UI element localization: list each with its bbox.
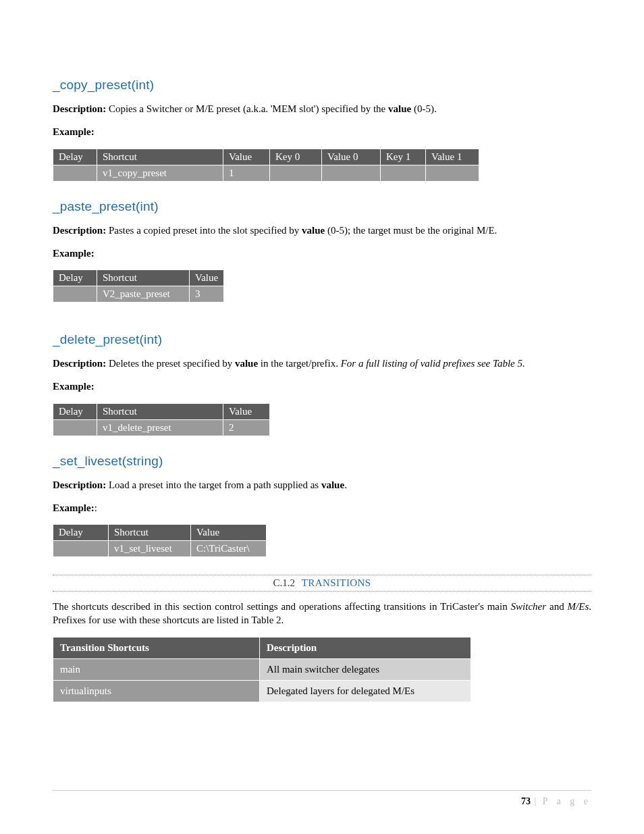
cell bbox=[381, 165, 426, 181]
col-shortcut: Shortcut bbox=[97, 403, 223, 419]
cell bbox=[53, 165, 97, 181]
desc-text: in the target/prefix. bbox=[258, 358, 341, 369]
table-copy-preset: Delay Shortcut Value Key 0 Value 0 Key 1… bbox=[53, 149, 479, 182]
desc-value-word: value bbox=[235, 358, 258, 369]
desc-value-word: value bbox=[302, 225, 325, 236]
col-delay: Delay bbox=[53, 403, 97, 419]
heading-delete-preset: _delete_preset(int) bbox=[53, 332, 591, 347]
col-value: Value bbox=[223, 403, 270, 419]
cell: V2_paste_preset bbox=[97, 286, 190, 303]
desc-text: Load a preset into the target from a pat… bbox=[106, 479, 321, 490]
table-header-row: Delay Shortcut Value Key 0 Value 0 Key 1… bbox=[53, 149, 479, 165]
example-label-text: Example: bbox=[53, 381, 95, 392]
table-header-row: Delay Shortcut Value bbox=[53, 525, 267, 541]
desc-set-liveset: Description: Load a preset into the targ… bbox=[53, 478, 591, 492]
cell: 1 bbox=[223, 165, 270, 181]
desc-text: Deletes the preset specified by bbox=[106, 358, 235, 369]
table-row: main All main switcher delegates bbox=[53, 658, 471, 680]
col-value1: Value 1 bbox=[426, 149, 479, 165]
page-label: P a g e bbox=[543, 796, 591, 806]
table-row: v1_copy_preset 1 bbox=[53, 165, 479, 181]
col-key0: Key 0 bbox=[270, 149, 322, 165]
col-transition-shortcuts: Transition Shortcuts bbox=[53, 637, 260, 658]
cell: C:\TriCaster\ bbox=[191, 541, 267, 557]
heading-paste-preset: _paste_preset(int) bbox=[53, 199, 591, 214]
table-header-row: Delay Shortcut Value bbox=[53, 270, 224, 286]
desc-copy-preset: Description: Copies a Switcher or M/E pr… bbox=[53, 102, 591, 115]
col-delay: Delay bbox=[53, 149, 97, 165]
col-value: Value bbox=[191, 525, 267, 541]
col-shortcut: Shortcut bbox=[97, 270, 190, 286]
col-shortcut: Shortcut bbox=[97, 149, 223, 165]
example-label-text: Example: bbox=[53, 248, 95, 259]
cell bbox=[53, 419, 97, 436]
col-delay: Delay bbox=[53, 270, 97, 286]
cell-prefix: virtualinputs bbox=[53, 680, 260, 702]
table-row: v1_set_liveset C:\TriCaster\ bbox=[53, 541, 267, 557]
example-label: Example: bbox=[53, 246, 591, 260]
section-number: C.1.2 bbox=[273, 577, 295, 588]
cell: v1_copy_preset bbox=[97, 165, 223, 181]
table-delete-preset: Delay Shortcut Value v1_delete_preset 2 bbox=[53, 403, 270, 436]
desc-text: . bbox=[344, 479, 347, 490]
intro-text: and bbox=[546, 601, 568, 612]
col-description: Description bbox=[260, 637, 471, 658]
example-label-text: Example: bbox=[53, 502, 95, 513]
table-row: virtualinputs Delegated layers for deleg… bbox=[53, 680, 471, 702]
cell: 2 bbox=[223, 419, 270, 436]
intro-ital: Switcher bbox=[511, 601, 547, 612]
desc-value-word: value bbox=[321, 479, 344, 490]
col-shortcut: Shortcut bbox=[109, 525, 191, 541]
cell: v1_delete_preset bbox=[97, 419, 223, 436]
page-footer: 73 | P a g e bbox=[53, 790, 591, 807]
desc-label: Description: bbox=[53, 225, 106, 236]
footer-separator: | bbox=[534, 796, 536, 806]
intro-text: The shortcuts described in this section … bbox=[53, 601, 511, 612]
heading-copy-preset: _copy_preset(int) bbox=[53, 78, 591, 93]
col-key1: Key 1 bbox=[381, 149, 426, 165]
table-set-liveset: Delay Shortcut Value v1_set_liveset C:\T… bbox=[53, 524, 267, 557]
col-delay: Delay bbox=[53, 525, 109, 541]
desc-text: (0-5); the target must be the original M… bbox=[325, 225, 497, 236]
intro-ital: M/Es bbox=[568, 601, 589, 612]
col-value: Value bbox=[223, 149, 270, 165]
desc-text: (0-5). bbox=[411, 103, 437, 114]
table-row: V2_paste_preset 3 bbox=[53, 286, 224, 303]
cell: 3 bbox=[190, 286, 224, 303]
cell bbox=[270, 165, 322, 181]
cell bbox=[53, 286, 97, 303]
transitions-intro: The shortcuts described in this section … bbox=[53, 600, 591, 627]
cell-desc: Delegated layers for delegated M/Es bbox=[260, 680, 471, 702]
section-band-transitions: C.1.2 TRANSITIONS bbox=[53, 575, 591, 592]
example-label-text: Example: bbox=[53, 126, 95, 137]
cell bbox=[426, 165, 479, 181]
page-number: 73 bbox=[521, 796, 531, 806]
desc-value-word: value bbox=[388, 103, 411, 114]
cell-prefix: main bbox=[53, 658, 260, 680]
cell-desc: All main switcher delegates bbox=[260, 658, 471, 680]
cell bbox=[322, 165, 381, 181]
col-value0: Value 0 bbox=[322, 149, 381, 165]
desc-label: Description: bbox=[53, 103, 106, 114]
desc-delete-preset: Description: Deletes the preset specifie… bbox=[53, 357, 591, 370]
cell: v1_set_liveset bbox=[109, 541, 191, 557]
table-row: v1_delete_preset 2 bbox=[53, 419, 270, 436]
desc-label: Description: bbox=[53, 358, 106, 369]
desc-text: Copies a Switcher or M/E preset (a.k.a. … bbox=[106, 103, 388, 114]
table-paste-preset: Delay Shortcut Value V2_paste_preset 3 bbox=[53, 269, 224, 303]
desc-paste-preset: Description: Pastes a copied preset into… bbox=[53, 224, 591, 237]
col-value: Value bbox=[190, 270, 224, 286]
section-title: TRANSITIONS bbox=[302, 577, 371, 588]
example-label: Example:: bbox=[53, 501, 591, 515]
cell bbox=[53, 541, 109, 557]
example-label: Example: bbox=[53, 125, 591, 138]
table-transition-shortcuts: Transition Shortcuts Description main Al… bbox=[53, 637, 471, 702]
example-label: Example: bbox=[53, 380, 591, 393]
heading-set-liveset: _set_liveset(string) bbox=[53, 454, 591, 469]
table-header-row: Delay Shortcut Value bbox=[53, 403, 270, 419]
desc-text: Pastes a copied preset into the slot spe… bbox=[106, 225, 302, 236]
desc-label: Description: bbox=[53, 479, 106, 490]
table-header-row: Transition Shortcuts Description bbox=[53, 637, 471, 658]
desc-ital: For a full listing of valid prefixes see… bbox=[341, 358, 525, 369]
